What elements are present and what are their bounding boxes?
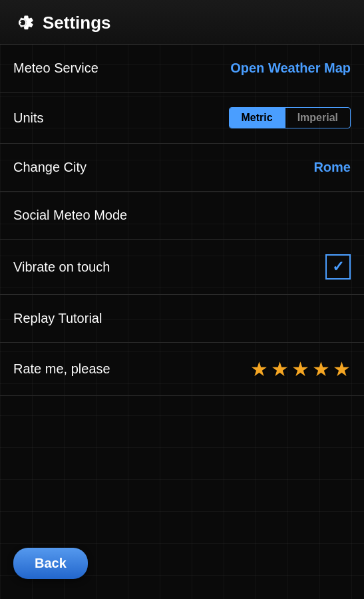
main-content: Settings Meteo Service Open Weather Map … [0,0,364,599]
star-1[interactable]: ★ [250,357,268,381]
meteo-service-value: Open Weather Map [230,61,351,76]
settings-list: Meteo Service Open Weather Map Units Met… [0,45,364,396]
header: Settings [0,0,364,45]
star-5[interactable]: ★ [333,357,351,381]
vibrate-on-touch-label: Vibrate on touch [13,260,110,275]
back-button-container: Back [13,548,88,579]
replay-tutorial-row[interactable]: Replay Tutorial [0,295,364,343]
back-button[interactable]: Back [13,548,88,579]
imperial-option[interactable]: Imperial [285,108,350,128]
social-meteo-mode-row[interactable]: Social Meteo Mode [0,192,364,240]
units-row: Units Metric Imperial [0,93,364,144]
meteo-service-label: Meteo Service [13,61,98,76]
change-city-value: Rome [313,160,351,175]
star-2[interactable]: ★ [271,357,289,381]
change-city-label: Change City [13,160,87,175]
star-rating[interactable]: ★ ★ ★ ★ ★ [250,357,351,381]
meteo-service-row[interactable]: Meteo Service Open Weather Map [0,45,364,93]
page-title: Settings [43,13,111,33]
metric-option[interactable]: Metric [230,108,285,128]
star-3[interactable]: ★ [291,357,309,381]
social-meteo-mode-label: Social Meteo Mode [13,208,127,223]
vibrate-on-touch-row[interactable]: Vibrate on touch ✓ [0,240,364,295]
gear-icon [11,11,35,35]
change-city-row[interactable]: Change City Rome [0,144,364,192]
rate-me-row[interactable]: Rate me, please ★ ★ ★ ★ ★ [0,343,364,396]
star-4[interactable]: ★ [312,357,330,381]
vibrate-checkbox[interactable]: ✓ [325,254,351,280]
checkmark-icon: ✓ [332,260,344,274]
rate-me-label: Rate me, please [13,361,110,377]
units-label: Units [13,110,44,126]
replay-tutorial-label: Replay Tutorial [13,311,102,326]
units-toggle[interactable]: Metric Imperial [229,107,351,128]
